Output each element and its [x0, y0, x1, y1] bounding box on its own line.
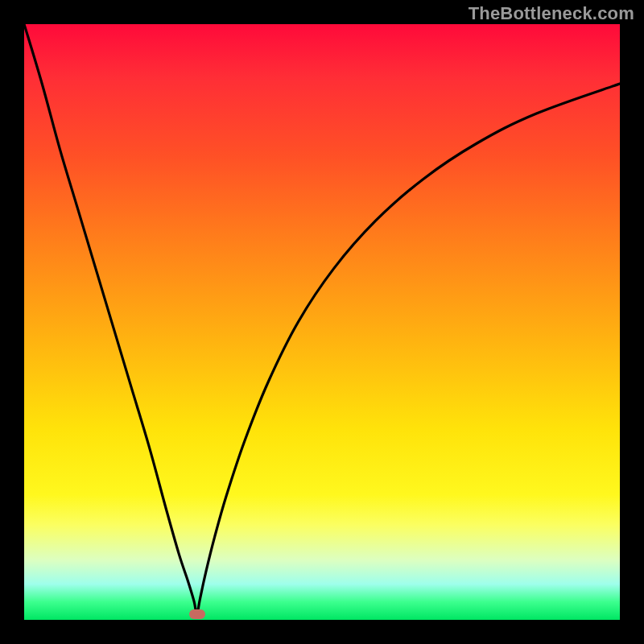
- watermark-text: TheBottleneck.com: [469, 3, 634, 24]
- bottleneck-curve: [24, 24, 620, 614]
- minimum-marker: [189, 609, 205, 619]
- chart-frame: TheBottleneck.com: [0, 0, 644, 644]
- plot-area: [24, 24, 620, 620]
- curve-layer: [24, 24, 620, 620]
